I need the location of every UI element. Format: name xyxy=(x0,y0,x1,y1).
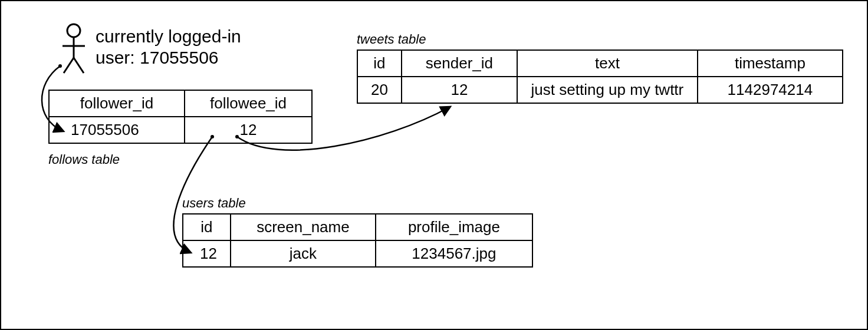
diagram-canvas: currently logged-in user: 17055506 follo… xyxy=(0,0,868,330)
tweets-caption: tweets table xyxy=(357,32,426,47)
tweets-cell-timestamp: 1142974214 xyxy=(698,77,843,103)
follows-table: follower_id followee_id 17055506 12 xyxy=(48,90,313,144)
current-user-line2: user: 17055506 xyxy=(96,48,219,67)
users-cell-screenname: jack xyxy=(231,240,376,267)
follows-cell-follower: 17055506 xyxy=(49,117,185,143)
follows-header-follower: follower_id xyxy=(49,90,185,117)
users-header-id: id xyxy=(183,214,231,240)
follows-table-wrapper: follower_id followee_id 17055506 12 xyxy=(48,90,313,144)
tweets-table: id sender_id text timestamp 20 12 just s… xyxy=(357,50,843,104)
tweets-cell-sender: 12 xyxy=(402,77,517,103)
users-cell-id: 12 xyxy=(183,240,231,267)
tweets-table-wrapper: id sender_id text timestamp 20 12 just s… xyxy=(357,50,843,104)
user-icon xyxy=(59,22,88,75)
users-header-profileimage: profile_image xyxy=(376,214,532,240)
tweets-header-timestamp: timestamp xyxy=(698,50,843,77)
table-header-row: id screen_name profile_image xyxy=(183,214,532,240)
users-cell-profileimage: 1234567.jpg xyxy=(376,240,532,267)
tweets-header-text: text xyxy=(517,50,698,77)
users-caption: users table xyxy=(182,196,246,211)
svg-point-0 xyxy=(67,24,80,37)
svg-line-4 xyxy=(74,58,84,73)
table-row: 12 jack 1234567.jpg xyxy=(183,240,532,267)
svg-line-3 xyxy=(64,58,74,73)
follows-cell-followee: 12 xyxy=(185,117,312,143)
table-row: 17055506 12 xyxy=(49,117,312,143)
tweets-header-sender: sender_id xyxy=(402,50,517,77)
tweets-header-id: id xyxy=(357,50,402,77)
follows-caption: follows table xyxy=(48,152,120,167)
users-table: id screen_name profile_image 12 jack 123… xyxy=(182,213,533,268)
follows-header-followee: followee_id xyxy=(185,90,312,117)
users-table-wrapper: id screen_name profile_image 12 jack 123… xyxy=(182,213,533,268)
current-user-label: currently logged-in user: 17055506 xyxy=(96,26,241,68)
table-header-row: id sender_id text timestamp xyxy=(357,50,843,77)
current-user-line1: currently logged-in xyxy=(96,27,241,46)
tweets-cell-text: just setting up my twttr xyxy=(517,77,698,103)
tweets-cell-id: 20 xyxy=(357,77,402,103)
table-row: 20 12 just setting up my twttr 114297421… xyxy=(357,77,843,103)
table-header-row: follower_id followee_id xyxy=(49,90,312,117)
users-header-screenname: screen_name xyxy=(231,214,376,240)
